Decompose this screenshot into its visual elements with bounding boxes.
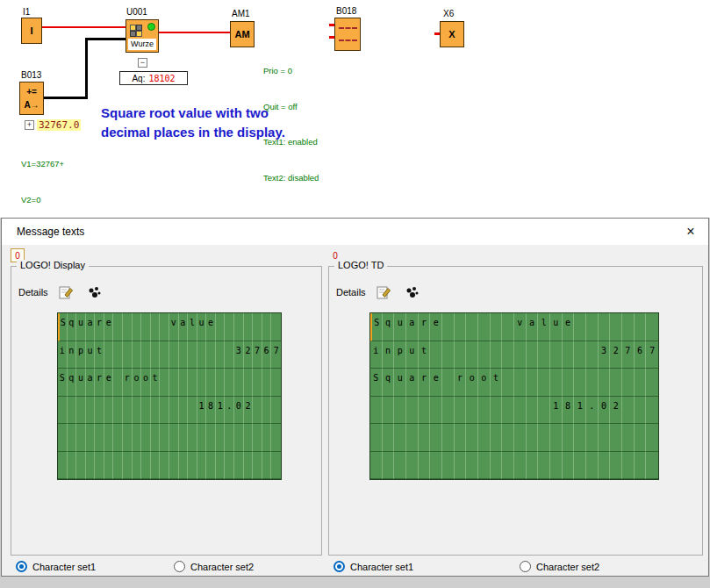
char-cell[interactable] [406,452,419,480]
char-cell[interactable] [442,397,455,425]
char-cell[interactable]: 2 [610,341,622,369]
char-cell[interactable] [123,313,133,341]
char-cell[interactable]: u [406,341,419,369]
char-cell[interactable] [141,397,151,425]
expand-box-icon[interactable]: + [25,120,34,130]
char-cell[interactable] [58,424,68,452]
char-cell[interactable] [383,397,395,425]
char-cell[interactable] [262,424,272,452]
char-cell[interactable] [113,424,123,452]
char-cell[interactable] [133,452,142,480]
character-map-icon[interactable] [88,285,103,300]
char-cell[interactable] [141,313,151,341]
char-cell[interactable] [179,424,189,452]
char-cell[interactable] [610,369,622,397]
char-cell[interactable] [502,369,514,397]
char-cell[interactable]: 1 [216,397,226,425]
char-cell[interactable]: r [455,369,467,397]
char-cell[interactable] [234,369,244,397]
char-cell[interactable] [406,424,419,452]
char-cell[interactable] [455,424,467,452]
block-b018[interactable] [334,18,361,51]
char-cell[interactable] [478,341,491,369]
char-cell[interactable] [622,369,635,397]
char-cell[interactable] [141,424,151,452]
char-cell[interactable]: r [95,369,104,397]
char-cell[interactable] [419,397,431,425]
char-cell[interactable]: t [491,369,503,397]
char-cell[interactable] [271,424,281,452]
char-cell[interactable]: 3 [234,341,244,369]
char-cell[interactable] [133,397,142,425]
char-cell[interactable] [622,397,635,425]
char-cell[interactable]: 3 [599,341,611,369]
char-cell[interactable]: v [169,313,179,341]
char-cell[interactable] [104,397,114,425]
char-cell[interactable] [586,341,599,369]
char-cell[interactable] [563,369,575,397]
char-cell[interactable]: e [430,369,442,397]
char-cell[interactable] [197,341,207,369]
char-cell[interactable] [179,397,189,425]
char-cell[interactable]: o [141,369,151,397]
char-cell[interactable] [68,397,77,425]
radio-character-set2-td[interactable]: Character set2 [520,561,599,572]
char-cell[interactable] [430,424,442,452]
char-cell[interactable] [197,369,207,397]
char-cell[interactable] [419,424,431,452]
char-cell[interactable] [466,397,478,425]
char-cell[interactable] [179,452,189,480]
char-cell[interactable] [179,369,189,397]
char-cell[interactable]: o [133,369,142,397]
dialog-titlebar[interactable]: Message texts [2,219,708,245]
edit-icon[interactable] [377,285,391,300]
char-cell[interactable] [622,313,635,341]
char-cell[interactable] [586,452,599,480]
char-cell[interactable]: r [419,369,431,397]
char-cell[interactable] [646,452,658,480]
char-cell[interactable] [253,313,262,341]
char-cell[interactable] [502,452,514,480]
char-cell[interactable] [622,452,635,480]
char-cell[interactable]: a [527,313,539,341]
char-cell[interactable]: e [104,313,114,341]
block-u001[interactable]: Wurze [126,19,159,53]
char-cell[interactable]: 6 [635,341,647,369]
char-cell[interactable] [394,452,406,480]
char-cell[interactable] [244,452,254,480]
char-cell[interactable] [160,424,169,452]
char-cell[interactable] [58,397,68,425]
char-cell[interactable] [95,424,104,452]
close-icon[interactable]: × [680,221,701,242]
char-cell[interactable] [253,452,262,480]
char-cell[interactable] [113,369,123,397]
char-cell[interactable] [133,313,142,341]
char-cell[interactable] [527,397,539,425]
char-cell[interactable] [225,313,234,341]
char-cell[interactable] [216,424,226,452]
char-cell[interactable]: e [104,369,114,397]
char-cell[interactable] [442,341,455,369]
char-cell[interactable] [491,313,503,341]
char-cell[interactable] [68,452,77,480]
char-cell[interactable] [574,369,586,397]
char-cell[interactable] [86,397,96,425]
char-cell[interactable] [491,452,503,480]
char-cell[interactable] [188,341,197,369]
char-cell[interactable] [225,369,234,397]
char-cell[interactable] [527,341,539,369]
char-cell[interactable] [455,341,467,369]
char-cell[interactable]: 1 [197,397,207,425]
char-cell[interactable] [86,452,96,480]
char-cell[interactable] [466,452,478,480]
radio-character-set1-td[interactable]: Character set1 [333,561,413,572]
char-cell[interactable] [370,397,383,425]
char-cell[interactable] [563,452,575,480]
char-cell[interactable] [599,452,611,480]
char-cell[interactable]: o [478,369,491,397]
char-cell[interactable] [188,397,197,425]
char-cell[interactable] [599,313,611,341]
char-cell[interactable] [502,313,514,341]
char-cell[interactable] [216,341,226,369]
char-cell[interactable] [442,313,455,341]
